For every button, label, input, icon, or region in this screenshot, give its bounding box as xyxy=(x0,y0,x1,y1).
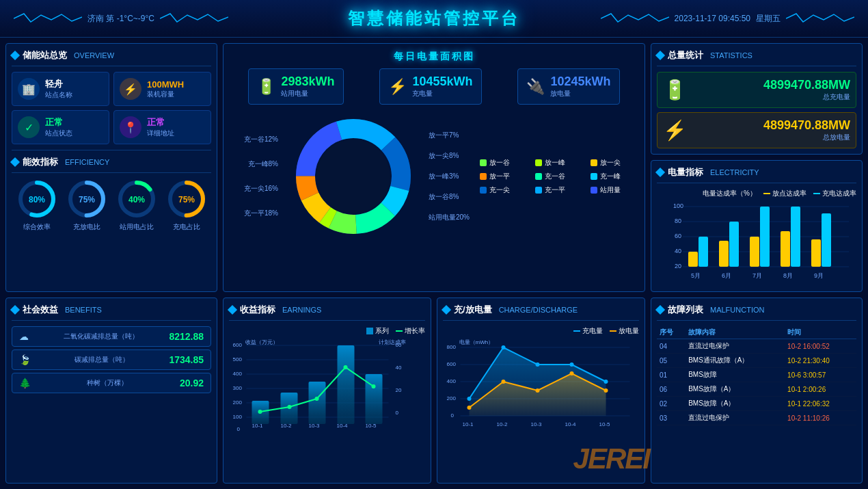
efficiency-gauges: 80% 综合效率 75% 充放电比 xyxy=(12,179,211,232)
charge-discharge-panel: 充/放电量 CHARGE/DISCHARGE 充电量 放电量 800 600 4… xyxy=(437,298,645,484)
svg-point-102 xyxy=(536,388,540,393)
co2-label: 二氧化碳减排总量（吨） xyxy=(64,332,139,341)
svg-rect-33 xyxy=(688,252,698,267)
svg-text:0: 0 xyxy=(237,426,241,432)
elec-diamond-icon xyxy=(655,168,665,177)
cd-legend: 充电量 放电量 xyxy=(443,326,639,336)
center-chart-title: 每日电量面积图 xyxy=(230,51,638,63)
location-text: 济南 第 -1°C~-9°C xyxy=(87,13,154,25)
capacity-label: 装机容量 xyxy=(147,90,184,99)
svg-rect-38 xyxy=(760,207,770,267)
svg-text:100: 100 xyxy=(233,414,243,420)
svg-rect-71 xyxy=(366,374,383,424)
gauge-overall: 80% 综合效率 xyxy=(16,179,57,232)
statistics-header: 总量统计 STATISTICS xyxy=(657,49,856,66)
carbon-label: 碳减排总量（吨） xyxy=(74,355,129,365)
gauge-charge-ratio: 75% 充放电比 xyxy=(66,179,107,232)
donut-chart-area: 充一谷12% 充一峰8% 充一尖16% 充一平18% xyxy=(230,111,638,241)
center-bottom-row: 收益指标 EARNINGS 系列 增长率 600 500 400 300 xyxy=(223,298,645,484)
statistics-title: 总量统计 xyxy=(668,49,703,62)
co2-value: 8212.88 xyxy=(169,331,204,342)
main-grid: 储能站总览 OVERVIEW 🏢 轻舟 站点名称 ⚡ 100MWH 装机容量 ✓ xyxy=(0,38,868,489)
svg-point-72 xyxy=(258,410,262,414)
benefits-items: ☁ 二氧化碳减排总量（吨） 8212.88 🍃 碳减排总量（吨） 1734.85… xyxy=(12,326,211,393)
efficiency-header: 能效指标 EFFICIENCY xyxy=(12,156,211,173)
svg-point-75 xyxy=(344,365,348,369)
svg-text:8月: 8月 xyxy=(783,272,793,279)
overview-item-name: 🏢 轻舟 站点名称 xyxy=(12,72,109,106)
weekday-text: 星期五 xyxy=(756,13,781,25)
svg-point-104 xyxy=(604,388,608,393)
svg-text:0: 0 xyxy=(396,410,399,416)
earn-diamond-icon xyxy=(228,305,237,315)
malfunction-table: 序号 故障内容 时间 04 直流过电保护 10-2 16:00:52 05 BM… xyxy=(657,326,856,425)
status-label: 站点状态 xyxy=(45,129,72,138)
svg-point-94 xyxy=(467,397,472,401)
col-id: 序号 xyxy=(657,326,686,339)
svg-rect-70 xyxy=(338,345,355,424)
svg-text:80: 80 xyxy=(675,217,681,224)
svg-point-98 xyxy=(604,380,608,384)
svg-text:75%: 75% xyxy=(178,195,194,204)
tree-value: 20.92 xyxy=(180,378,204,388)
svg-text:100: 100 xyxy=(673,202,683,209)
svg-text:10-2: 10-2 xyxy=(281,423,293,429)
donut-right-labels: 放一平7% 放一尖8% 放一峰3% 放一谷8% 站用电量20% xyxy=(429,131,473,222)
earnings-chart-svg: 600 500 400 300 200 100 0 60 40 20 0 收益（… xyxy=(229,339,425,438)
earnings-legend: 系列 增长率 xyxy=(229,326,425,336)
discharge-energy-value: 10245kWh xyxy=(550,75,610,89)
energy-discharge: 🔌 10245kWh 放电量 xyxy=(517,68,619,105)
electricity-chart: 100 80 60 40 20 xyxy=(657,201,856,283)
electricity-header: 电量指标 ELECTRICITY xyxy=(657,166,856,183)
benefits-header: 社会效益 BENEFITS xyxy=(12,304,211,321)
table-row: 05 BMS通讯故障（A） 10-2 21:30:40 xyxy=(657,354,856,368)
energy-station: 🔋 2983kWh 站用电量 xyxy=(248,68,343,105)
svg-rect-34 xyxy=(699,237,708,267)
tree-icon: 🌲 xyxy=(19,378,31,388)
svg-text:40: 40 xyxy=(396,365,402,371)
svg-point-101 xyxy=(502,380,506,384)
svg-text:10-1: 10-1 xyxy=(252,423,264,429)
svg-text:80%: 80% xyxy=(28,195,44,204)
malfunction-panel: 故障列表 MALFUNCTION 序号 故障内容 时间 04 直流过电保护 10… xyxy=(651,298,863,484)
cd-diamond-icon xyxy=(442,305,451,315)
table-row: 06 BMS故障（A） 10-1 2:00:26 xyxy=(657,382,856,397)
donut-left-labels: 充一谷12% 充一峰8% 充一尖16% 充一平18% xyxy=(230,135,278,218)
benefits-panel: 社会效益 BENEFITS ☁ 二氧化碳减排总量（吨） 8212.88 🍃 碳减… xyxy=(5,298,217,484)
energy-charge: ⚡ 10455kWh 充电量 xyxy=(379,68,481,105)
table-row: 03 直流过电保护 10-2 11:10:26 xyxy=(657,411,856,425)
svg-rect-35 xyxy=(719,241,729,267)
station-name: 轻舟 xyxy=(45,78,72,90)
statistics-title-en: STATISTICS xyxy=(710,51,752,60)
col-time: 时间 xyxy=(785,326,856,339)
malfunction-title-en: MALFUNCTION xyxy=(710,306,764,314)
address-label: 详细地址 xyxy=(147,129,174,138)
efficiency-title: 能效指标 xyxy=(23,156,58,168)
svg-point-96 xyxy=(536,362,540,367)
svg-rect-42 xyxy=(822,213,831,267)
table-row: 01 BMS故障 10-6 3:00:57 xyxy=(657,368,856,382)
benefit-co2: ☁ 二氧化碳减排总量（吨） 8212.88 xyxy=(12,326,211,347)
svg-text:800: 800 xyxy=(447,344,457,350)
discharge-energy-icon: 🔌 xyxy=(526,78,545,96)
gauge-charge-pct: 75% 充电占比 xyxy=(166,179,207,232)
donut-legend: 放一谷 放一峰 放一尖 放一平 充一谷 xyxy=(480,158,638,195)
svg-text:10-3: 10-3 xyxy=(531,421,543,427)
svg-text:500: 500 xyxy=(233,356,243,362)
overview-title-en: OVERVIEW xyxy=(74,51,114,60)
overview-grid: 🏢 轻舟 站点名称 ⚡ 100MWH 装机容量 ✓ 正常 站点状态 xyxy=(12,72,211,144)
energy-values-row: 🔋 2983kWh 站用电量 ⚡ 10455kWh 充电量 🔌 10245kWh… xyxy=(230,68,638,105)
header-left: 济南 第 -1°C~-9°C xyxy=(14,12,228,25)
charge-energy-value: 10455kWh xyxy=(412,75,472,89)
capacity-icon: ⚡ xyxy=(120,78,141,100)
benefit-tree: 🌲 种树（万棵） 20.92 xyxy=(12,373,211,393)
svg-text:40%: 40% xyxy=(128,195,144,204)
statistics-panel: 总量统计 STATISTICS 🔋 4899470.88MW 总充电量 ⚡ 48… xyxy=(651,43,863,155)
cd-header: 充/放电量 CHARGE/DISCHARGE xyxy=(443,304,639,321)
carbon-value: 1734.85 xyxy=(169,354,204,365)
carbon-icon: 🍃 xyxy=(19,354,31,365)
earnings-panel: 收益指标 EARNINGS 系列 增长率 600 500 400 300 xyxy=(223,298,431,484)
benefit-carbon: 🍃 碳减排总量（吨） 1734.85 xyxy=(12,349,211,370)
cd-title: 充/放电量 xyxy=(454,304,492,316)
station-energy-label: 站用电量 xyxy=(281,89,334,98)
